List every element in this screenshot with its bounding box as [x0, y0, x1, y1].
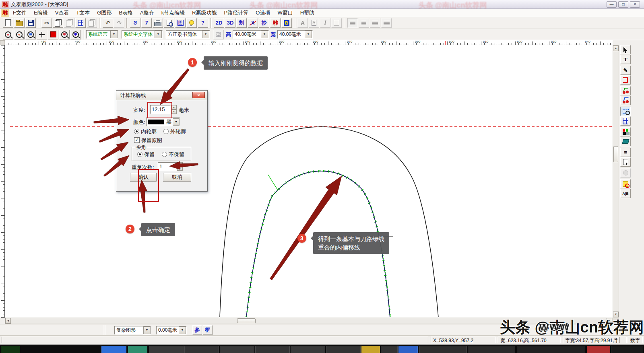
type-button[interactable]: 型 — [213, 30, 224, 39]
keep-original-checkbox[interactable]: ✓ — [134, 137, 140, 143]
notes-button[interactable] — [331, 18, 342, 28]
corner-nokeep-radio[interactable] — [162, 152, 167, 157]
spin-down-icon[interactable]: ▼ — [177, 167, 183, 171]
taskbar-item[interactable] — [220, 346, 254, 353]
undo-button[interactable]: ↶ — [103, 18, 113, 28]
repeat-spinner[interactable]: ▲ ▼ — [177, 162, 183, 171]
align-left-button[interactable] — [347, 18, 358, 28]
scroll-up-icon[interactable]: ▲ — [613, 45, 619, 51]
chevron-down-icon[interactable]: ▼ — [155, 31, 162, 38]
menu-advanced[interactable]: R高级功能 — [188, 9, 220, 17]
taskbar-item[interactable] — [587, 346, 610, 353]
drawing-canvas[interactable] — [5, 45, 613, 318]
print-preview-button[interactable] — [164, 18, 174, 28]
inner-contour-radio[interactable] — [134, 129, 139, 134]
taskbar-item[interactable] — [517, 346, 585, 353]
vscroll-thumb[interactable] — [613, 146, 618, 162]
node-edit-tool[interactable]: ✎ — [620, 66, 631, 75]
select-tool[interactable] — [620, 45, 631, 54]
frame-button[interactable]: 框 — [203, 325, 213, 335]
width-combo[interactable]: 40.00毫米▼ — [277, 30, 313, 39]
vertical-scrollbar[interactable]: ▲ ▼ — [613, 45, 619, 318]
taskbar-item[interactable] — [184, 346, 219, 353]
align-right-button[interactable] — [370, 18, 380, 28]
delete-toolpath-button[interactable]: X — [248, 18, 258, 28]
taskbar-item[interactable] — [611, 346, 643, 353]
taskbar-item[interactable] — [419, 346, 467, 353]
taskbar-item[interactable] — [128, 346, 147, 353]
paste-button[interactable] — [64, 18, 74, 28]
chevron-down-icon[interactable]: ▼ — [305, 31, 312, 38]
scroll-left-icon[interactable]: ◄ — [5, 318, 11, 324]
chevron-down-icon[interactable]: ▼ — [173, 118, 180, 126]
text-tool[interactable]: T — [620, 55, 631, 64]
dialog-title-bar[interactable]: 计算轮廓线 × — [116, 91, 207, 100]
chevron-down-icon[interactable]: ▼ — [179, 326, 186, 334]
cancel-button[interactable]: 取消 — [163, 173, 191, 182]
taskbar-item[interactable] — [291, 346, 325, 353]
zoom-window-button[interactable] — [25, 30, 36, 39]
menu-help[interactable]: H帮助 — [297, 9, 318, 17]
repeat-input[interactable]: 1 — [158, 162, 177, 171]
menu-node-edit[interactable]: k节点编辑 — [158, 9, 189, 17]
scroll-down-icon[interactable]: ▼ — [613, 312, 619, 317]
taskbar-item[interactable] — [361, 346, 380, 353]
align-justify-button[interactable] — [381, 18, 392, 28]
cut-button[interactable]: ✂ — [41, 18, 52, 28]
reference-button[interactable]: 参 — [192, 325, 202, 335]
cherry-wire-tool[interactable] — [620, 96, 631, 105]
taskbar-item[interactable] — [326, 346, 361, 353]
align-center-button[interactable] — [359, 18, 369, 28]
color-tool[interactable] — [620, 127, 631, 136]
close-button[interactable]: × — [630, 1, 640, 8]
fill-tool[interactable] — [620, 137, 631, 146]
menu-view[interactable]: V查看 — [52, 9, 73, 17]
open-file-button[interactable] — [14, 18, 25, 28]
font-combo[interactable]: 方正隶书简体▼ — [166, 30, 210, 39]
paste-special-button[interactable] — [75, 18, 86, 28]
ab-tool[interactable]: A|B — [620, 189, 631, 198]
width-spinner[interactable]: ▲ ▼ — [171, 105, 177, 114]
menu-app[interactable]: 雕 — [1, 9, 9, 17]
zoom-select-tool[interactable] — [620, 107, 631, 116]
pan-button[interactable] — [37, 30, 47, 39]
zoom-in-button[interactable]: e — [14, 30, 25, 39]
zoom-page-button[interactable]: 中 — [59, 30, 70, 39]
zoom-all-button[interactable]: 中 — [70, 30, 81, 39]
menu-options[interactable]: O选项 — [252, 9, 274, 17]
text-effect-button[interactable]: A — [297, 18, 308, 28]
redo-button[interactable]: ↷ — [114, 18, 124, 28]
tip-button[interactable] — [186, 18, 197, 28]
align-text-tool[interactable]: ≡ — [620, 148, 631, 157]
scroll-right-icon[interactable]: ► — [607, 318, 612, 324]
layout-button[interactable]: 图 — [175, 18, 186, 28]
stamp-tool[interactable] — [620, 168, 631, 178]
spin-up-icon[interactable]: ▲ — [177, 162, 183, 167]
taskbar-item[interactable] — [398, 346, 418, 353]
chevron-down-icon[interactable]: ▼ — [202, 31, 209, 38]
save-button[interactable] — [25, 18, 36, 28]
view-2d-button[interactable]: 2D — [214, 18, 224, 28]
taskbar-item[interactable] — [1, 346, 20, 353]
menu-edit[interactable]: E编辑 — [30, 9, 52, 17]
zoom-out-button[interactable]: a — [3, 30, 13, 39]
menu-file[interactable]: F文件 — [9, 9, 30, 17]
menu-window[interactable]: W窗口 — [274, 9, 296, 17]
help-button[interactable]: ? — [198, 18, 208, 28]
dialog-close-button[interactable]: × — [192, 92, 205, 98]
digit7-tool-button[interactable]: 7 — [141, 18, 152, 28]
page-setup-tool[interactable] — [620, 157, 631, 167]
cherry-tool[interactable] — [620, 86, 631, 95]
taskbar-item[interactable] — [149, 346, 184, 353]
outer-contour-radio[interactable] — [163, 129, 169, 134]
engrave-button[interactable]: 雕 — [270, 18, 281, 28]
maximize-button[interactable]: □ — [618, 1, 628, 8]
cut-plot-button[interactable]: 割 — [236, 18, 247, 28]
text-frame-button[interactable]: A — [309, 18, 319, 28]
taskbar-item[interactable] — [468, 346, 515, 353]
view-3d-button[interactable]: 3D — [225, 18, 235, 28]
hscroll-thumb[interactable] — [237, 318, 256, 323]
find-replace-button[interactable] — [87, 18, 97, 28]
copy-button[interactable] — [53, 18, 63, 28]
chevron-down-icon[interactable]: ▼ — [110, 31, 118, 38]
